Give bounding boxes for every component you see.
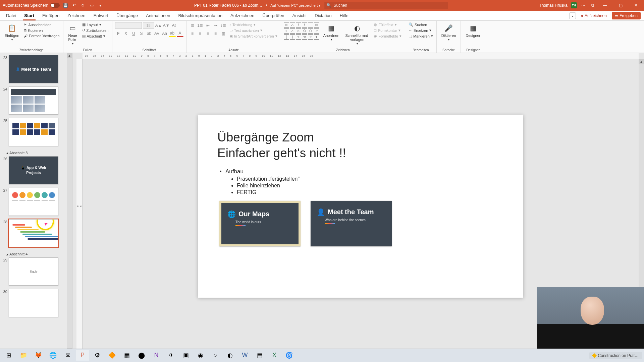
line-spacing-button[interactable]: ↕≣ (220, 22, 227, 29)
tab-ueberpruefen[interactable]: Überprüfen (259, 11, 288, 20)
redo-icon[interactable]: ↻ (80, 2, 86, 8)
window-tool-icon[interactable]: ⧉ (590, 2, 596, 8)
increase-font-icon[interactable]: A▲ (155, 22, 162, 29)
paste-button[interactable]: 📋 Einfügen▾ (3, 22, 21, 43)
tab-hilfe[interactable]: Hilfe (336, 11, 353, 20)
italic-button[interactable]: K (123, 30, 129, 37)
tab-uebergaenge[interactable]: Übergänge (112, 11, 142, 20)
arrange-button[interactable]: ▦ Anordnen▾ (321, 22, 341, 43)
columns-button[interactable]: ▥ (220, 30, 227, 37)
search-box[interactable]: 🔍 (324, 2, 448, 9)
highlight-color-button[interactable]: ab (169, 30, 176, 37)
convert-smartart-button[interactable]: ▣In SmartArt konvertieren ▾ (229, 34, 278, 39)
minimize-button[interactable]: — (599, 0, 611, 11)
font-color-button[interactable]: A (177, 30, 183, 37)
ribbon-display-icon[interactable]: ⋯ (580, 2, 586, 8)
ribbon-collapse-button[interactable]: ⌄ (569, 12, 576, 19)
canvas-scroll-up-icon[interactable]: ▲ (639, 59, 644, 64)
thumbnail-slide-23[interactable]: 23 👤Meet the Team (1, 55, 71, 83)
dictate-button[interactable]: 🎤 Diktieren▾ (439, 22, 458, 43)
taskbar-explorer-icon[interactable]: 📁 (17, 350, 30, 361)
cut-button[interactable]: ✂Ausschneiden (23, 22, 60, 27)
taskbar-app5-icon[interactable]: ○ (209, 350, 222, 361)
align-left-button[interactable]: ≡ (189, 30, 196, 37)
copy-button[interactable]: ⧉Kopieren (23, 28, 60, 33)
align-text-button[interactable]: ▭Text ausrichten ▾ (229, 28, 278, 33)
designer-button[interactable]: ▦ Designer (464, 22, 482, 39)
section-button[interactable]: ▤Abschnitt ▾ (82, 34, 109, 39)
zoom-card-our-maps[interactable]: 🌐Our Maps The world is ours (219, 201, 301, 246)
shapes-gallery[interactable]: ▭A/\→▭ ○△◇⬠⬡↗ {}∿⟲☆▾ (284, 22, 319, 40)
shape-effects-button[interactable]: ◉Formeffekte ▾ (373, 34, 402, 39)
maximize-button[interactable]: ▢ (614, 0, 627, 11)
reset-button[interactable]: ↺Zurücksetzen (82, 28, 109, 33)
scroll-up-icon[interactable]: ▲ (67, 53, 72, 58)
shape-fill-button[interactable]: ◍Fülleffekt ▾ (373, 22, 402, 27)
quick-access-more-icon[interactable]: ▾ (97, 2, 103, 8)
taskbar-outlook-icon[interactable]: ✉ (61, 350, 74, 361)
tab-einfuegen[interactable]: Einfügen (38, 11, 63, 20)
select-button[interactable]: ⬚Markieren ▾ (408, 34, 434, 39)
taskbar-word-icon[interactable]: W (238, 350, 252, 361)
tab-bildschirmpraesentation[interactable]: Bildschirmpräsentation (174, 11, 226, 20)
quick-styles-button[interactable]: ◐ Schnellformat- vorlagen▾ (343, 22, 371, 47)
document-title[interactable]: PPT 01 Roter Faden 006 - ab Zoom… (194, 3, 262, 8)
new-slide-button[interactable]: ▭ Neue Folie▾ (66, 22, 79, 47)
section-header-4[interactable]: ◢Abschnitt 4 (1, 251, 71, 257)
tab-dictation[interactable]: Dictation (311, 11, 336, 20)
save-icon[interactable]: 💾 (62, 2, 68, 8)
thumbnail-scrollbar[interactable]: ▲ ▼ (67, 53, 72, 353)
autosave-toggle[interactable]: Automatisches Speichern (3, 3, 60, 8)
thumbnail-slide-28[interactable]: 28 ➤ (1, 219, 71, 247)
text-direction-button[interactable]: ↕Textrichtung ▾ (229, 22, 278, 27)
thumbnail-slide-27[interactable]: 27 (1, 188, 71, 216)
thumbnail-slide-29[interactable]: 29 Ende (1, 257, 71, 286)
taskbar-telegram-icon[interactable]: ✈ (164, 350, 178, 361)
font-size-input[interactable] (143, 22, 154, 29)
taskbar-app7-icon[interactable]: ▤ (253, 350, 266, 361)
decrease-indent-button[interactable]: ⇤ (205, 22, 211, 29)
taskbar-edge-icon[interactable]: 🌀 (282, 350, 296, 361)
taskbar-obs-icon[interactable]: ◉ (194, 350, 207, 361)
taskbar-app2-icon[interactable]: ▦ (120, 350, 133, 361)
align-right-button[interactable]: ≡ (205, 30, 211, 37)
taskbar-app-icon[interactable]: ⚙ (91, 350, 104, 361)
format-painter-button[interactable]: 🖌Format übertragen (23, 34, 60, 38)
char-spacing-button[interactable]: AV (154, 30, 160, 37)
text-shadow-button[interactable]: ab (146, 30, 153, 37)
taskbar-chrome-icon[interactable]: 🌐 (46, 350, 60, 361)
bold-button[interactable]: F (115, 30, 122, 37)
tab-animationen[interactable]: Animationen (142, 11, 174, 20)
tab-start[interactable]: Start (20, 11, 38, 20)
saved-location[interactable]: Auf "diesem PC" gespeichert ▾ (270, 3, 321, 8)
find-button[interactable]: 🔍Suchen (408, 22, 434, 27)
replace-button[interactable]: ↔Ersetzen ▾ (408, 28, 434, 33)
taskbar-app6-icon[interactable]: ◐ (223, 350, 237, 361)
taskbar-onenote-icon[interactable]: N (150, 350, 163, 361)
strikethrough-button[interactable]: S (138, 30, 145, 37)
change-case-button[interactable]: Aa (161, 30, 168, 37)
slide-body[interactable]: Aufbau Präsentation „fertigstellen" Foli… (217, 168, 504, 196)
tab-zeichnen[interactable]: Zeichnen (63, 11, 89, 20)
user-avatar[interactable]: TH (571, 2, 577, 8)
tab-datei[interactable]: Datei (2, 11, 20, 20)
shape-outline-button[interactable]: ◻Formkontur ▾ (373, 28, 402, 33)
tab-aufzeichnen[interactable]: Aufzeichnen (226, 11, 259, 20)
undo-icon[interactable]: ↶ (71, 2, 77, 8)
thumbnail-slide-30[interactable]: 30 (1, 289, 71, 317)
close-button[interactable]: ✕ (630, 0, 642, 11)
section-header-3[interactable]: ◢Abschnitt 3 (1, 149, 71, 156)
decrease-font-icon[interactable]: A▼ (163, 22, 170, 29)
taskbar-powerpoint-icon[interactable]: P (76, 350, 89, 361)
taskbar-excel-icon[interactable]: X (268, 350, 281, 361)
taskbar-firefox-icon[interactable]: 🦊 (32, 350, 45, 361)
search-input[interactable] (333, 3, 446, 8)
thumbnail-slide-26[interactable]: 26 📱 App & WebProjects (1, 156, 71, 184)
slide-content[interactable]: Übergänge ZoomEinfacher geht's nicht !! … (198, 115, 523, 298)
taskbar-notification[interactable]: Construction on Prat… (589, 352, 642, 359)
zoom-card-meet-team[interactable]: 👤Meet the Team Who are behind the scenes (311, 201, 392, 246)
share-button[interactable]: ➦ Freigeben (612, 12, 641, 19)
thumbnail-slide-24[interactable]: 24 (1, 86, 71, 115)
present-from-start-icon[interactable]: ▭ (89, 2, 95, 8)
taskbar-app3-icon[interactable]: ⬤ (135, 350, 148, 361)
